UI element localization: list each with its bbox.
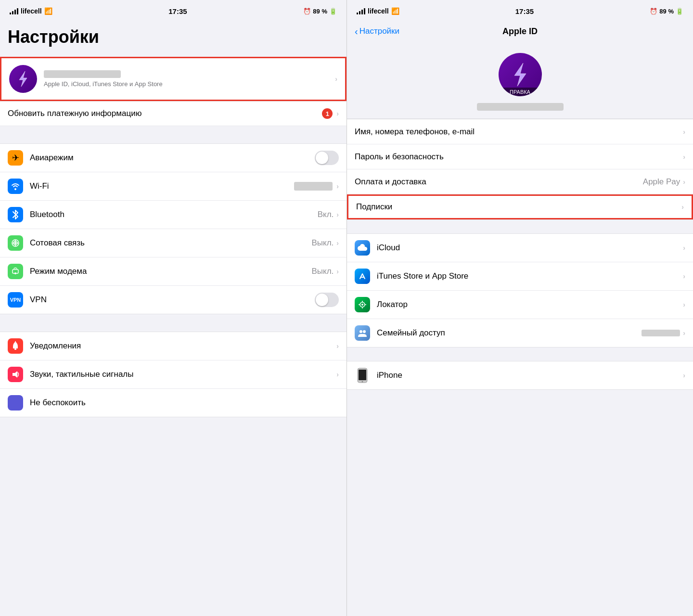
cellular-icon	[8, 235, 23, 251]
svg-point-7	[14, 272, 16, 274]
menu-password-label: Пароль и безопасность	[355, 152, 683, 162]
apple-id-card[interactable]: Apple ID, iCloud, iTunes Store и App Sto…	[0, 57, 346, 101]
list-item-wifi[interactable]: Wi-Fi ›	[0, 172, 346, 201]
iphone-label: iPhone	[377, 371, 683, 380]
sounds-icon	[8, 367, 23, 382]
menu-item-subscriptions[interactable]: Подписки ›	[347, 194, 693, 219]
left-battery-label: 89 %	[313, 8, 327, 15]
settings-group-2: Уведомления › Звуки, тактильные сигналы …	[0, 332, 346, 417]
service-item-icloud[interactable]: iCloud ›	[347, 234, 693, 262]
list-item-dnd[interactable]: Не беспокоить	[0, 389, 346, 417]
svg-rect-8	[14, 348, 16, 350]
service-item-appstore[interactable]: iTunes Store и App Store ›	[347, 262, 693, 291]
appstore-label: iTunes Store и App Store	[377, 271, 683, 281]
svg-marker-10	[13, 371, 17, 378]
cellular-value: Выкл.	[311, 238, 334, 248]
airplane-label: Авиарежим	[30, 153, 315, 163]
wifi-label: Wi-Fi	[30, 181, 294, 191]
back-label: Настройки	[359, 26, 399, 36]
wifi-icon: 📶	[44, 7, 52, 15]
notifications-chevron: ›	[336, 342, 339, 350]
cellular-label: Сотовая связь	[30, 238, 311, 248]
profile-lightning-icon	[507, 61, 534, 88]
payment-row[interactable]: Обновить платежную информацию 1 ›	[0, 101, 346, 126]
svg-marker-0	[19, 71, 27, 87]
right-signal-bars-icon	[357, 8, 365, 14]
wifi-settings-icon	[8, 179, 23, 194]
nav-bar: ‹ Настройки Apple ID	[347, 19, 693, 43]
right-carrier: lifecell 📶	[357, 7, 399, 15]
apple-id-subtitle: Apple ID, iCloud, iTunes Store и App Sto…	[44, 80, 335, 88]
hotspot-value: Выкл.	[311, 267, 334, 276]
services-group: iCloud › iTunes Store и App Store ›	[347, 233, 693, 347]
svg-point-14	[361, 304, 363, 306]
menu-name-label: Имя, номера телефонов, e-mail	[355, 127, 683, 137]
svg-marker-11	[514, 63, 526, 86]
payment-label: Обновить платежную информацию	[8, 109, 322, 118]
airplane-icon: ✈	[8, 150, 23, 166]
icloud-icon	[355, 240, 370, 256]
left-carrier-label: lifecell	[21, 7, 42, 15]
right-alarm-icon: ⏰	[650, 8, 657, 15]
left-header: Настройки	[0, 19, 346, 57]
sounds-label: Звуки, тактильные сигналы	[30, 370, 336, 379]
menu-item-payment[interactable]: Оплата и доставка Apple Pay ›	[347, 169, 693, 194]
menu-payment-chevron: ›	[683, 178, 685, 186]
vpn-icon: VPN	[8, 292, 23, 308]
sounds-chevron: ›	[336, 371, 339, 378]
right-time: 17:35	[515, 7, 534, 15]
payment-chevron: ›	[336, 110, 339, 117]
settings-group-1: ✈ Авиарежим Wi-Fi › Blue	[0, 143, 346, 314]
bluetooth-icon	[8, 207, 23, 222]
list-item-sounds[interactable]: Звуки, тактильные сигналы ›	[0, 360, 346, 389]
menu-payment-value: Apple Pay	[643, 177, 680, 187]
apple-id-name-blurred	[44, 70, 121, 78]
left-carrier: lifecell 📶	[10, 7, 52, 15]
vpn-toggle[interactable]	[315, 293, 339, 307]
right-status-bar: lifecell 📶 17:35 ⏰ 89 % 🔋	[347, 0, 693, 19]
back-chevron-icon: ‹	[355, 26, 358, 37]
right-battery-icon: 🔋	[676, 8, 683, 15]
list-item-bluetooth[interactable]: Bluetooth Вкл. ›	[0, 201, 346, 229]
right-phone-screen: lifecell 📶 17:35 ⏰ 89 % 🔋 ‹ Настройки Ap…	[346, 0, 693, 616]
avatar	[9, 65, 37, 93]
family-value-blurred	[642, 330, 680, 336]
profile-avatar[interactable]: ПРАВКА	[499, 53, 542, 96]
bluetooth-label: Bluetooth	[30, 210, 318, 219]
right-wifi-icon: 📶	[391, 7, 399, 15]
iphone-device-icon	[355, 368, 370, 383]
left-status-bar: lifecell 📶 17:35 ⏰ 89 % 🔋	[0, 0, 346, 19]
wifi-value-blurred	[294, 182, 333, 191]
airplane-toggle[interactable]	[315, 151, 339, 165]
divider-1	[0, 126, 346, 143]
menu-name-chevron: ›	[683, 128, 685, 136]
device-item-iphone[interactable]: iPhone ›	[347, 361, 693, 389]
locator-icon	[355, 297, 370, 312]
nav-title: Apple ID	[502, 26, 538, 37]
menu-payment-label: Оплата и доставка	[355, 177, 643, 187]
menu-item-password[interactable]: Пароль и безопасность ›	[347, 144, 693, 169]
apple-id-chevron: ›	[335, 75, 337, 83]
list-item-airplane[interactable]: ✈ Авиарежим	[0, 144, 346, 172]
family-label: Семейный доступ	[377, 328, 642, 338]
family-chevron: ›	[683, 329, 685, 337]
notifications-label: Уведомления	[30, 341, 336, 351]
divider-2	[0, 314, 346, 332]
notifications-icon	[8, 338, 23, 354]
menu-subscriptions-chevron: ›	[681, 203, 684, 211]
list-item-hotspot[interactable]: Режим модема Выкл. ›	[0, 257, 346, 286]
service-item-locator[interactable]: Локатор ›	[347, 291, 693, 319]
back-button[interactable]: ‹ Настройки	[355, 26, 399, 37]
left-battery: ⏰ 89 % 🔋	[303, 8, 337, 15]
list-item-vpn[interactable]: VPN VPN	[0, 286, 346, 314]
locator-chevron: ›	[683, 301, 685, 308]
menu-item-name[interactable]: Имя, номера телефонов, e-mail ›	[347, 119, 693, 144]
bluetooth-value: Вкл.	[318, 210, 334, 219]
dnd-label: Не беспокоить	[30, 398, 339, 408]
locator-label: Локатор	[377, 300, 683, 309]
service-item-family[interactable]: Семейный доступ ›	[347, 319, 693, 347]
list-item-cellular[interactable]: Сотовая связь Выкл. ›	[0, 229, 346, 257]
list-item-notifications[interactable]: Уведомления ›	[0, 332, 346, 360]
battery-icon: 🔋	[329, 8, 337, 15]
svg-point-23	[362, 381, 363, 383]
